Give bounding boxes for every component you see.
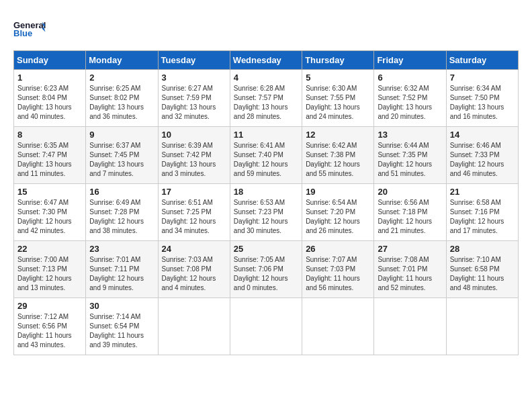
cell-details: Sunrise: 6:34 AMSunset: 7:50 PMDaylight:… xyxy=(450,85,504,120)
day-number: 28 xyxy=(450,244,515,254)
cell-details: Sunrise: 6:56 AMSunset: 7:18 PMDaylight:… xyxy=(378,199,432,234)
cell-details: Sunrise: 7:10 AMSunset: 6:58 PMDaylight:… xyxy=(450,256,504,291)
calendar-cell: 25 Sunrise: 7:05 AMSunset: 7:06 PMDaylig… xyxy=(230,241,302,298)
day-header-wednesday: Wednesday xyxy=(230,51,302,70)
cell-details: Sunrise: 7:07 AMSunset: 7:03 PMDaylight:… xyxy=(306,256,360,291)
day-number: 17 xyxy=(162,187,226,197)
day-number: 5 xyxy=(306,73,370,83)
calendar-cell: 17 Sunrise: 6:51 AMSunset: 7:25 PMDaylig… xyxy=(158,184,230,241)
cell-details: Sunrise: 6:32 AMSunset: 7:52 PMDaylight:… xyxy=(378,85,432,120)
calendar-cell xyxy=(302,298,374,355)
calendar-cell: 21 Sunrise: 6:58 AMSunset: 7:16 PMDaylig… xyxy=(446,184,518,241)
cell-details: Sunrise: 6:49 AMSunset: 7:28 PMDaylight:… xyxy=(89,199,144,234)
calendar-cell: 1 Sunrise: 6:23 AMSunset: 8:04 PMDayligh… xyxy=(14,70,86,127)
calendar-cell: 11 Sunrise: 6:41 AMSunset: 7:40 PMDaylig… xyxy=(230,127,302,184)
cell-details: Sunrise: 6:47 AMSunset: 7:30 PMDaylight:… xyxy=(17,199,72,234)
cell-details: Sunrise: 6:28 AMSunset: 7:57 PMDaylight:… xyxy=(234,85,288,120)
svg-text:Blue: Blue xyxy=(13,28,32,38)
calendar-cell: 2 Sunrise: 6:25 AMSunset: 8:02 PMDayligh… xyxy=(86,70,158,127)
calendar-cell: 10 Sunrise: 6:39 AMSunset: 7:42 PMDaylig… xyxy=(158,127,230,184)
day-number: 11 xyxy=(234,130,298,140)
week-row-1: 1 Sunrise: 6:23 AMSunset: 8:04 PMDayligh… xyxy=(14,70,519,127)
cell-details: Sunrise: 7:00 AMSunset: 7:13 PMDaylight:… xyxy=(17,256,72,291)
day-number: 1 xyxy=(17,73,82,83)
calendar-cell: 7 Sunrise: 6:34 AMSunset: 7:50 PMDayligh… xyxy=(446,70,518,127)
calendar-cell: 23 Sunrise: 7:01 AMSunset: 7:11 PMDaylig… xyxy=(86,241,158,298)
cell-details: Sunrise: 7:01 AMSunset: 7:11 PMDaylight:… xyxy=(89,256,144,291)
calendar-cell xyxy=(158,298,230,355)
day-number: 7 xyxy=(450,73,515,83)
calendar-cell: 22 Sunrise: 7:00 AMSunset: 7:13 PMDaylig… xyxy=(14,241,86,298)
cell-details: Sunrise: 6:39 AMSunset: 7:42 PMDaylight:… xyxy=(162,142,216,177)
calendar-cell: 29 Sunrise: 7:12 AMSunset: 6:56 PMDaylig… xyxy=(14,298,86,355)
day-number: 24 xyxy=(162,244,226,254)
day-number: 12 xyxy=(306,130,370,140)
day-header-friday: Friday xyxy=(374,51,446,70)
cell-details: Sunrise: 7:12 AMSunset: 6:56 PMDaylight:… xyxy=(17,313,72,349)
day-number: 3 xyxy=(162,73,226,83)
day-number: 15 xyxy=(17,187,82,197)
cell-details: Sunrise: 6:53 AMSunset: 7:23 PMDaylight:… xyxy=(234,199,288,234)
calendar-cell: 13 Sunrise: 6:44 AMSunset: 7:35 PMDaylig… xyxy=(374,127,446,184)
week-row-2: 8 Sunrise: 6:35 AMSunset: 7:47 PMDayligh… xyxy=(14,127,519,184)
cell-details: Sunrise: 7:14 AMSunset: 6:54 PMDaylight:… xyxy=(89,313,144,349)
calendar-cell: 19 Sunrise: 6:54 AMSunset: 7:20 PMDaylig… xyxy=(302,184,374,241)
logo: General Blue xyxy=(13,13,47,44)
cell-details: Sunrise: 7:05 AMSunset: 7:06 PMDaylight:… xyxy=(234,256,288,291)
calendar-cell: 20 Sunrise: 6:56 AMSunset: 7:18 PMDaylig… xyxy=(374,184,446,241)
day-number: 14 xyxy=(450,130,515,140)
days-header-row: SundayMondayTuesdayWednesdayThursdayFrid… xyxy=(14,51,519,70)
day-number: 20 xyxy=(378,187,442,197)
day-number: 4 xyxy=(234,73,298,83)
cell-details: Sunrise: 6:23 AMSunset: 8:04 PMDaylight:… xyxy=(17,85,72,120)
day-header-saturday: Saturday xyxy=(446,51,518,70)
day-header-sunday: Sunday xyxy=(14,51,86,70)
cell-details: Sunrise: 6:54 AMSunset: 7:20 PMDaylight:… xyxy=(306,199,360,234)
day-number: 16 xyxy=(89,187,154,197)
calendar-cell: 26 Sunrise: 7:07 AMSunset: 7:03 PMDaylig… xyxy=(302,241,374,298)
day-number: 23 xyxy=(89,244,154,254)
calendar-cell: 12 Sunrise: 6:42 AMSunset: 7:38 PMDaylig… xyxy=(302,127,374,184)
day-number: 25 xyxy=(234,244,298,254)
day-number: 13 xyxy=(378,130,442,140)
calendar-cell xyxy=(446,298,518,355)
day-number: 30 xyxy=(89,301,154,311)
day-number: 8 xyxy=(17,130,82,140)
calendar-cell: 3 Sunrise: 6:27 AMSunset: 7:59 PMDayligh… xyxy=(158,70,230,127)
cell-details: Sunrise: 6:51 AMSunset: 7:25 PMDaylight:… xyxy=(162,199,216,234)
calendar-cell: 4 Sunrise: 6:28 AMSunset: 7:57 PMDayligh… xyxy=(230,70,302,127)
day-number: 27 xyxy=(378,244,442,254)
logo-svg: General Blue xyxy=(13,13,47,44)
day-number: 10 xyxy=(162,130,226,140)
cell-details: Sunrise: 6:44 AMSunset: 7:35 PMDaylight:… xyxy=(378,142,432,177)
day-number: 29 xyxy=(17,301,82,311)
calendar-cell: 14 Sunrise: 6:46 AMSunset: 7:33 PMDaylig… xyxy=(446,127,518,184)
cell-details: Sunrise: 6:46 AMSunset: 7:33 PMDaylight:… xyxy=(450,142,504,177)
calendar-cell: 27 Sunrise: 7:08 AMSunset: 7:01 PMDaylig… xyxy=(374,241,446,298)
cell-details: Sunrise: 7:08 AMSunset: 7:01 PMDaylight:… xyxy=(378,256,432,291)
calendar-cell xyxy=(230,298,302,355)
calendar-cell: 6 Sunrise: 6:32 AMSunset: 7:52 PMDayligh… xyxy=(374,70,446,127)
calendar-cell: 8 Sunrise: 6:35 AMSunset: 7:47 PMDayligh… xyxy=(14,127,86,184)
cell-details: Sunrise: 6:42 AMSunset: 7:38 PMDaylight:… xyxy=(306,142,360,177)
day-header-monday: Monday xyxy=(86,51,158,70)
cell-details: Sunrise: 6:30 AMSunset: 7:55 PMDaylight:… xyxy=(306,85,360,120)
week-row-4: 22 Sunrise: 7:00 AMSunset: 7:13 PMDaylig… xyxy=(14,241,519,298)
day-number: 2 xyxy=(89,73,154,83)
day-number: 22 xyxy=(17,244,82,254)
cell-details: Sunrise: 7:03 AMSunset: 7:08 PMDaylight:… xyxy=(162,256,216,291)
day-number: 9 xyxy=(89,130,154,140)
day-header-thursday: Thursday xyxy=(302,51,374,70)
calendar-table: SundayMondayTuesdayWednesdayThursdayFrid… xyxy=(13,50,519,355)
cell-details: Sunrise: 6:37 AMSunset: 7:45 PMDaylight:… xyxy=(89,142,144,177)
calendar-cell: 18 Sunrise: 6:53 AMSunset: 7:23 PMDaylig… xyxy=(230,184,302,241)
cell-details: Sunrise: 6:27 AMSunset: 7:59 PMDaylight:… xyxy=(162,85,216,120)
calendar-cell: 30 Sunrise: 7:14 AMSunset: 6:54 PMDaylig… xyxy=(86,298,158,355)
cell-details: Sunrise: 6:58 AMSunset: 7:16 PMDaylight:… xyxy=(450,199,504,234)
calendar-cell: 5 Sunrise: 6:30 AMSunset: 7:55 PMDayligh… xyxy=(302,70,374,127)
week-row-5: 29 Sunrise: 7:12 AMSunset: 6:56 PMDaylig… xyxy=(14,298,519,355)
day-number: 26 xyxy=(306,244,370,254)
day-number: 21 xyxy=(450,187,515,197)
header: General Blue xyxy=(13,13,519,44)
cell-details: Sunrise: 6:41 AMSunset: 7:40 PMDaylight:… xyxy=(234,142,288,177)
